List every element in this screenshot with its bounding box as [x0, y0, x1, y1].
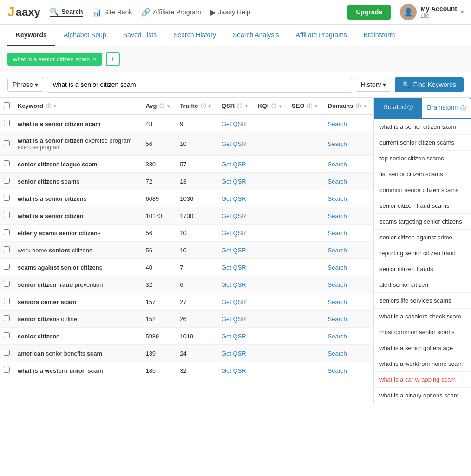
qsr-cell[interactable]: Get QSR: [218, 225, 254, 242]
tab-searchanalysis[interactable]: Search Analysis: [224, 25, 288, 46]
related-item[interactable]: what is a workfrom home scam: [374, 356, 471, 372]
nav-help[interactable]: ▶ Jaaxy Help: [210, 8, 250, 17]
domains-cell[interactable]: Search: [324, 311, 373, 328]
get-qsr-link[interactable]: Get QSR: [222, 367, 246, 374]
get-qsr-link[interactable]: Get QSR: [222, 212, 246, 219]
get-qsr-link[interactable]: Get QSR: [222, 333, 246, 340]
domains-cell[interactable]: Search: [324, 225, 373, 242]
related-item[interactable]: what is a car wrapping scam: [374, 372, 471, 388]
domains-cell[interactable]: Search: [324, 259, 373, 276]
domains-cell[interactable]: Search: [324, 190, 373, 207]
domains-cell[interactable]: Search: [324, 328, 373, 345]
qsr-cell[interactable]: Get QSR: [218, 207, 254, 225]
related-item[interactable]: current senior citizen scams: [374, 135, 471, 151]
related-item[interactable]: list senior citizen scams: [374, 166, 471, 182]
search-input[interactable]: [47, 77, 352, 93]
related-tab[interactable]: Related ⓘ: [374, 98, 422, 119]
get-qsr-link[interactable]: Get QSR: [222, 140, 246, 147]
row-checkbox[interactable]: [4, 298, 10, 304]
search-link[interactable]: Search: [328, 350, 347, 357]
domains-cell[interactable]: Search: [324, 276, 373, 293]
history-select[interactable]: History ▾: [356, 78, 392, 92]
related-item[interactable]: senior citizen frauds: [374, 261, 471, 277]
tab-alphabetsoup[interactable]: Alphabet Soup: [55, 25, 115, 46]
qsr-cell[interactable]: Get QSR: [218, 173, 254, 190]
domains-cell[interactable]: Search: [324, 362, 373, 379]
tab-keywords[interactable]: Keywords: [7, 25, 55, 46]
row-checkbox[interactable]: [4, 178, 10, 184]
domains-cell[interactable]: Search: [324, 132, 373, 156]
related-item[interactable]: senior citizen against crime: [374, 230, 471, 245]
domains-cell[interactable]: Search: [324, 345, 373, 362]
related-item[interactable]: top senior citizen scams: [374, 151, 471, 166]
row-checkbox[interactable]: [4, 246, 10, 252]
tag-close-icon[interactable]: ×: [92, 55, 96, 63]
get-qsr-link[interactable]: Get QSR: [222, 281, 246, 288]
get-qsr-link[interactable]: Get QSR: [222, 161, 246, 168]
related-item[interactable]: seniors life services scams: [374, 293, 471, 309]
related-item[interactable]: what is a binary options scam: [374, 388, 471, 403]
get-qsr-link[interactable]: Get QSR: [222, 350, 246, 357]
domains-cell[interactable]: Search: [324, 242, 373, 259]
related-item[interactable]: what is a cashiers check scam: [374, 309, 471, 324]
qsr-cell[interactable]: Get QSR: [218, 259, 254, 276]
related-item[interactable]: common senior citizen scams: [374, 182, 471, 198]
search-link[interactable]: Search: [328, 230, 347, 237]
row-checkbox[interactable]: [4, 281, 10, 287]
account-section[interactable]: 👤 My Account Lite ▾: [400, 4, 464, 20]
nav-affiliate[interactable]: 🔗 Affiliate Program: [141, 8, 201, 17]
row-checkbox[interactable]: [4, 367, 10, 373]
get-qsr-link[interactable]: Get QSR: [222, 230, 246, 237]
qsr-cell[interactable]: Get QSR: [218, 190, 254, 207]
qsr-cell[interactable]: Get QSR: [218, 132, 254, 156]
domains-cell[interactable]: Search: [324, 173, 373, 190]
nav-siterank[interactable]: 📊 Site Rank: [92, 8, 132, 17]
qsr-cell[interactable]: Get QSR: [218, 276, 254, 293]
row-checkbox[interactable]: [4, 315, 10, 321]
tab-savedlists[interactable]: Saved Lists: [115, 25, 165, 46]
domains-cell[interactable]: Search: [324, 207, 373, 225]
qsr-cell[interactable]: Get QSR: [218, 362, 254, 379]
search-link[interactable]: Search: [328, 212, 347, 219]
row-checkbox[interactable]: [4, 350, 10, 356]
search-link[interactable]: Search: [328, 333, 347, 340]
related-item[interactable]: reporting senior citizen fraud: [374, 245, 471, 261]
qsr-cell[interactable]: Get QSR: [218, 156, 254, 173]
domains-cell[interactable]: Search: [324, 115, 373, 132]
qsr-cell[interactable]: Get QSR: [218, 293, 254, 311]
get-qsr-link[interactable]: Get QSR: [222, 178, 246, 185]
qsr-cell[interactable]: Get QSR: [218, 115, 254, 132]
row-checkbox[interactable]: [4, 120, 10, 126]
phrase-select[interactable]: Phrase ▾: [7, 78, 43, 92]
qsr-cell[interactable]: Get QSR: [218, 242, 254, 259]
get-qsr-link[interactable]: Get QSR: [222, 264, 246, 271]
row-checkbox[interactable]: [4, 264, 10, 270]
search-link[interactable]: Search: [328, 281, 347, 288]
domains-cell[interactable]: Search: [324, 293, 373, 311]
tab-affiliateprograms[interactable]: Affiliate Programs: [288, 25, 355, 46]
search-link[interactable]: Search: [328, 195, 347, 202]
search-link[interactable]: Search: [328, 161, 347, 168]
search-link[interactable]: Search: [328, 247, 347, 254]
search-link[interactable]: Search: [328, 316, 347, 323]
tab-brainstorm[interactable]: Brainstorm: [355, 25, 404, 46]
search-link[interactable]: Search: [328, 264, 347, 271]
row-checkbox[interactable]: [4, 212, 10, 218]
get-qsr-link[interactable]: Get QSR: [222, 195, 246, 202]
tab-searchhistory[interactable]: Search History: [165, 25, 224, 46]
select-all-checkbox[interactable]: [4, 102, 10, 108]
related-item[interactable]: senior citizen fraud scams: [374, 198, 471, 214]
qsr-cell[interactable]: Get QSR: [218, 328, 254, 345]
search-tag[interactable]: what is a senior citizen scam ×: [7, 53, 102, 66]
get-qsr-link[interactable]: Get QSR: [222, 316, 246, 323]
row-checkbox[interactable]: [4, 195, 10, 201]
related-item[interactable]: alert senior citizen: [374, 277, 471, 293]
search-link[interactable]: Search: [328, 367, 347, 374]
find-keywords-button[interactable]: 🔍 Find Keywords: [395, 77, 464, 92]
upgrade-button[interactable]: Upgrade: [347, 5, 391, 20]
search-link[interactable]: Search: [328, 120, 347, 127]
row-checkbox[interactable]: [4, 160, 10, 166]
search-link[interactable]: Search: [328, 140, 347, 147]
add-tag-button[interactable]: +: [106, 52, 120, 66]
search-link[interactable]: Search: [328, 298, 347, 305]
